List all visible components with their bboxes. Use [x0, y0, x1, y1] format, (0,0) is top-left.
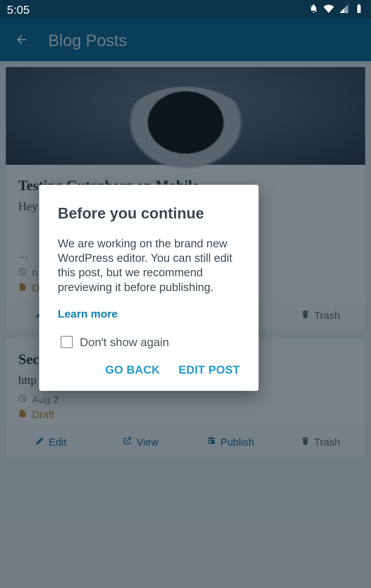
dialog-body: We are working on the brand new WordPres…	[58, 236, 240, 295]
battery-icon	[354, 3, 364, 17]
edit-post-button[interactable]: EDIT POST	[178, 363, 240, 376]
status-bar: 5:05 x	[0, 0, 371, 19]
dialog-actions: GO BACK EDIT POST	[58, 363, 240, 376]
dont-show-again-row[interactable]: Don't show again	[61, 335, 240, 349]
status-icons: x	[308, 3, 364, 17]
checkbox-unchecked-icon[interactable]	[61, 336, 73, 348]
dont-show-again-label: Don't show again	[80, 335, 169, 349]
go-back-button[interactable]: GO BACK	[105, 363, 160, 376]
dialog-title: Before you continue	[58, 205, 240, 222]
wifi-icon	[324, 3, 334, 17]
confirm-dialog: Before you continue We are working on th…	[39, 185, 259, 391]
alarm-off-icon	[308, 3, 319, 17]
svg-text:x: x	[346, 10, 348, 13]
learn-more-link[interactable]: Learn more	[58, 308, 118, 320]
signal-icon: x	[339, 3, 349, 17]
status-time: 5:05	[7, 3, 30, 17]
